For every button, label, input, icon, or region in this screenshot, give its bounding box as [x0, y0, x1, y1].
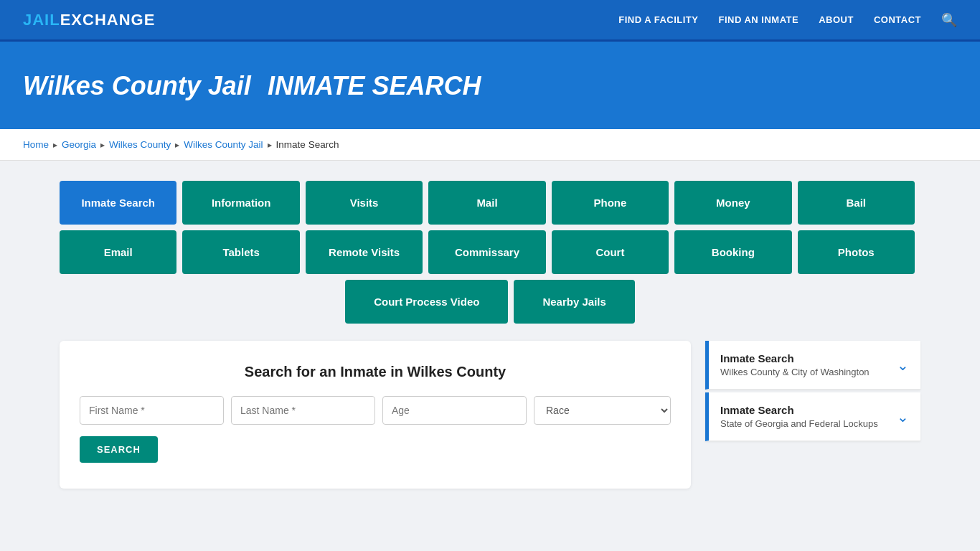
btn-visits[interactable]: Visits [306, 181, 423, 225]
logo[interactable]: JAILEXCHANGE [23, 11, 155, 29]
btn-court-process-video[interactable]: Court Process Video [345, 280, 508, 324]
sidebar-item-local-text: Inmate Search Wilkes County & City of Wa… [720, 352, 870, 377]
nav-buttons-row2: Email Tablets Remote Visits Commissary C… [60, 230, 920, 274]
sidebar-item-state-subtitle: State of Georgia and Federal Lockups [720, 418, 878, 429]
nav-links: FIND A FACILITY FIND AN INMATE ABOUT CON… [618, 12, 957, 28]
btn-remote-visits[interactable]: Remote Visits [306, 230, 423, 274]
sidebar-item-local[interactable]: Inmate Search Wilkes County & City of Wa… [705, 341, 920, 390]
age-input[interactable] [382, 396, 527, 425]
breadcrumb-wilkes-county-jail[interactable]: Wilkes County Jail [184, 139, 263, 150]
logo-part1: JAIL [23, 11, 60, 29]
hero-title: Wilkes County Jail INMATE SEARCH [23, 67, 957, 102]
chevron-down-icon-state: ⌄ [897, 408, 909, 425]
last-name-input[interactable] [231, 396, 375, 425]
breadcrumb-home[interactable]: Home [23, 139, 49, 150]
sidebar-item-local-title: Inmate Search [720, 352, 870, 364]
btn-photos[interactable]: Photos [798, 230, 915, 274]
btn-phone[interactable]: Phone [552, 181, 669, 225]
nav-contact[interactable]: CONTACT [874, 14, 921, 25]
breadcrumb-sep-3: ▸ [175, 140, 179, 150]
btn-money[interactable]: Money [674, 181, 791, 225]
btn-commissary[interactable]: Commissary [428, 230, 545, 274]
sidebar-item-state-text: Inmate Search State of Georgia and Feder… [720, 404, 878, 429]
search-button[interactable]: SEARCH [80, 436, 158, 463]
breadcrumb-current: Inmate Search [276, 139, 339, 150]
breadcrumb-sep-4: ▸ [268, 140, 272, 150]
race-select[interactable]: Race White Black Hispanic Asian Other [534, 396, 671, 425]
breadcrumb-sep-1: ▸ [53, 140, 57, 150]
search-title: Search for an Inmate in Wilkes County [80, 364, 671, 380]
first-name-input[interactable] [80, 396, 224, 425]
hero-section: Wilkes County Jail INMATE SEARCH [0, 42, 980, 129]
btn-nearby-jails[interactable]: Nearby Jails [514, 280, 634, 324]
nav-about[interactable]: ABOUT [819, 14, 854, 25]
breadcrumb: Home ▸ Georgia ▸ Wilkes County ▸ Wilkes … [0, 129, 980, 161]
btn-booking[interactable]: Booking [674, 230, 791, 274]
btn-court[interactable]: Court [552, 230, 669, 274]
btn-bail[interactable]: Bail [798, 181, 915, 225]
hero-title-normal: Wilkes County Jail [23, 71, 251, 100]
two-col-layout: Search for an Inmate in Wilkes County Ra… [60, 341, 920, 489]
btn-information[interactable]: Information [182, 181, 299, 225]
sidebar-item-state-title: Inmate Search [720, 404, 878, 416]
main-nav: JAILEXCHANGE FIND A FACILITY FIND AN INM… [0, 0, 980, 42]
breadcrumb-wilkes-county[interactable]: Wilkes County [109, 139, 171, 150]
nav-find-facility[interactable]: FIND A FACILITY [618, 14, 698, 25]
page-body: Inmate Search Information Visits Mail Ph… [45, 161, 935, 509]
search-card: Search for an Inmate in Wilkes County Ra… [60, 341, 691, 489]
breadcrumb-georgia[interactable]: Georgia [62, 139, 96, 150]
nav-buttons-row3: Court Process Video Nearby Jails [60, 280, 920, 324]
btn-email[interactable]: Email [60, 230, 176, 274]
nav-buttons-row1: Inmate Search Information Visits Mail Ph… [60, 181, 920, 225]
hero-title-italic: INMATE SEARCH [268, 71, 481, 100]
search-inputs: Race White Black Hispanic Asian Other [80, 396, 671, 425]
logo-exchange: EXCHANGE [60, 11, 156, 29]
nav-find-inmate[interactable]: FIND AN INMATE [718, 14, 798, 25]
btn-mail[interactable]: Mail [428, 181, 545, 225]
chevron-down-icon-local: ⌄ [897, 357, 909, 374]
sidebar: Inmate Search Wilkes County & City of Wa… [705, 341, 920, 444]
btn-inmate-search[interactable]: Inmate Search [60, 181, 176, 225]
sidebar-item-local-subtitle: Wilkes County & City of Washington [720, 367, 870, 377]
breadcrumb-sep-2: ▸ [100, 140, 105, 150]
btn-tablets[interactable]: Tablets [182, 230, 299, 274]
search-icon[interactable]: 🔍 [941, 12, 957, 28]
sidebar-item-state[interactable]: Inmate Search State of Georgia and Feder… [705, 392, 920, 441]
